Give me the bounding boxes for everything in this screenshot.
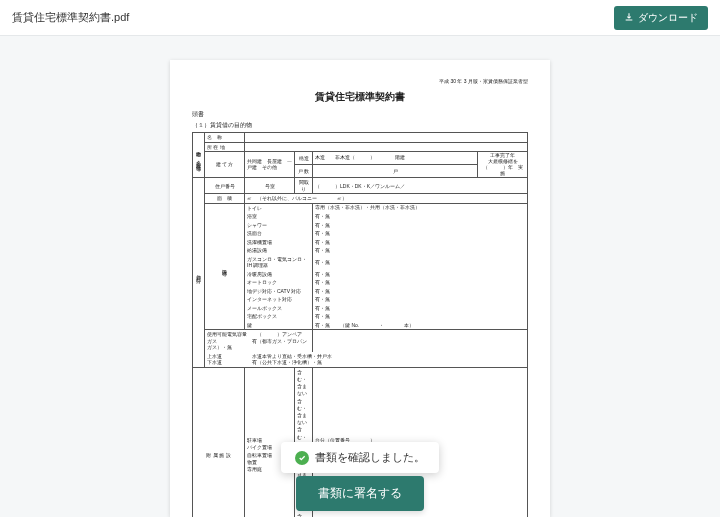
toast-message: 書類を確認しました。 [315, 450, 425, 465]
sign-button[interactable]: 書類に署名する [296, 476, 424, 511]
cell: 木造 非木造（ ） 階建 [313, 152, 478, 165]
app-header: 賃貸住宅標準契約書.pdf ダウンロード [0, 0, 720, 36]
cell: 戸 [313, 165, 478, 178]
left-label: 建物の名称・所在地等 [193, 133, 205, 178]
cell: 構造 [295, 152, 313, 165]
eq-label: 設備等 [205, 203, 245, 330]
download-icon [624, 12, 634, 24]
doc-title: 賃貸住宅標準契約書 [192, 90, 528, 104]
cell: 所 在 地 [205, 142, 245, 152]
cell: 共同建 長屋建 一戸建 その他 [245, 152, 295, 178]
cell: 建 て 方 [205, 152, 245, 178]
filename: 賃貸住宅標準契約書.pdf [12, 10, 129, 25]
cell: 戸 数 [295, 165, 313, 178]
sign-button-label: 書類に署名する [318, 486, 402, 500]
confirmation-toast: 書類を確認しました。 [281, 442, 439, 473]
doc-zu: 頭書 [192, 110, 528, 119]
download-label: ダウンロード [638, 11, 698, 25]
download-button[interactable]: ダウンロード [614, 6, 708, 30]
section-1-label: （１）賃貸借の目的物 [192, 121, 528, 130]
setubi-label: 住戸部分 [193, 178, 205, 368]
cell: 名 称 [205, 133, 245, 143]
doc-version: 平成 30 年 3 月版・家賃債務保証業者型 [192, 78, 528, 84]
fuzoku-label: 附 属 施 設 [193, 367, 245, 517]
check-icon [295, 451, 309, 465]
